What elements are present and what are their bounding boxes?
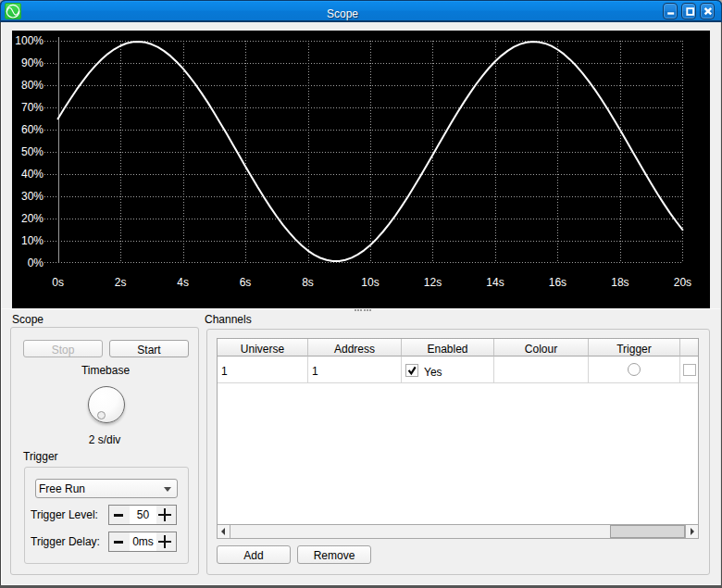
svg-text:10s: 10s	[361, 276, 379, 289]
svg-text:2s: 2s	[115, 276, 127, 289]
svg-text:80%: 80%	[21, 79, 44, 92]
svg-text:40%: 40%	[21, 168, 44, 181]
svg-text:90%: 90%	[21, 56, 44, 69]
svg-text:70%: 70%	[21, 101, 44, 114]
svg-text:60%: 60%	[21, 123, 44, 136]
svg-text:14s: 14s	[486, 276, 504, 289]
svg-text:8s: 8s	[302, 276, 314, 289]
svg-text:100%: 100%	[15, 34, 44, 47]
svg-text:16s: 16s	[549, 276, 566, 289]
svg-text:18s: 18s	[611, 276, 629, 289]
svg-text:20%: 20%	[21, 212, 44, 225]
svg-text:6s: 6s	[240, 276, 252, 289]
svg-text:4s: 4s	[177, 276, 189, 289]
svg-text:12s: 12s	[424, 276, 442, 289]
svg-text:50%: 50%	[21, 145, 44, 158]
svg-text:0%: 0%	[28, 256, 44, 269]
svg-text:30%: 30%	[21, 190, 44, 203]
svg-text:0s: 0s	[52, 276, 64, 289]
svg-text:10%: 10%	[21, 234, 44, 247]
svg-text:20s: 20s	[674, 276, 691, 289]
